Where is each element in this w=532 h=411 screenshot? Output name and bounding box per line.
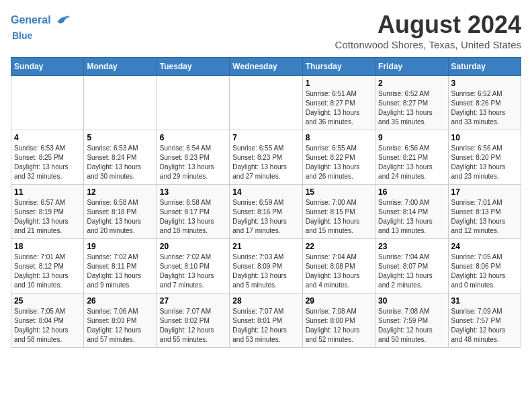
calendar-cell: 5Sunrise: 6:53 AMSunset: 8:24 PMDaylight… <box>84 130 157 185</box>
calendar-cell: 3Sunrise: 6:52 AMSunset: 8:26 PMDaylight… <box>448 76 521 130</box>
logo-text: General <box>11 13 51 26</box>
calendar-cell: 9Sunrise: 6:56 AMSunset: 8:21 PMDaylight… <box>375 130 448 185</box>
calendar-cell: 12Sunrise: 6:58 AMSunset: 8:18 PMDayligh… <box>84 185 157 239</box>
calendar-cell: 15Sunrise: 7:00 AMSunset: 8:15 PMDayligh… <box>302 185 375 239</box>
day-of-week-tuesday: Tuesday <box>157 58 229 76</box>
day-number: 27 <box>160 296 226 306</box>
day-number: 16 <box>378 187 445 197</box>
calendar-cell <box>84 76 157 130</box>
logo-bird-icon <box>52 11 71 30</box>
day-info: Sunrise: 6:59 AMSunset: 8:16 PMDaylight:… <box>232 198 299 236</box>
title-area: August 2024 Cottonwood Shores, Texas, Un… <box>335 11 521 50</box>
calendar-cell: 6Sunrise: 6:54 AMSunset: 8:23 PMDaylight… <box>157 130 229 185</box>
subtitle: Cottonwood Shores, Texas, United States <box>335 39 521 50</box>
calendar-cell: 8Sunrise: 6:55 AMSunset: 8:22 PMDaylight… <box>302 130 375 185</box>
day-number: 18 <box>14 242 81 251</box>
day-number: 26 <box>87 296 153 306</box>
day-number: 30 <box>378 296 445 306</box>
logo-blue-text: Blue <box>12 30 32 41</box>
day-info: Sunrise: 6:55 AMSunset: 8:23 PMDaylight:… <box>232 144 299 181</box>
day-number: 8 <box>306 133 372 142</box>
day-info: Sunrise: 6:55 AMSunset: 8:22 PMDaylight:… <box>306 144 372 181</box>
day-number: 21 <box>232 242 299 251</box>
day-number: 25 <box>14 296 81 306</box>
calendar-cell: 24Sunrise: 7:05 AMSunset: 8:06 PMDayligh… <box>448 239 521 293</box>
day-info: Sunrise: 6:53 AMSunset: 8:25 PMDaylight:… <box>14 144 81 181</box>
calendar-cell: 13Sunrise: 6:58 AMSunset: 8:17 PMDayligh… <box>157 185 229 239</box>
calendar-cell: 14Sunrise: 6:59 AMSunset: 8:16 PMDayligh… <box>230 185 302 239</box>
day-info: Sunrise: 6:56 AMSunset: 8:20 PMDaylight:… <box>451 144 518 181</box>
day-info: Sunrise: 6:52 AMSunset: 8:26 PMDaylight:… <box>451 89 518 127</box>
day-number: 14 <box>232 187 299 197</box>
day-of-week-wednesday: Wednesday <box>230 58 302 76</box>
day-info: Sunrise: 6:54 AMSunset: 8:23 PMDaylight:… <box>160 144 226 181</box>
day-of-week-friday: Friday <box>375 58 448 76</box>
calendar-cell <box>11 76 84 130</box>
day-of-week-monday: Monday <box>84 58 157 76</box>
calendar-cell: 30Sunrise: 7:08 AMSunset: 7:59 PMDayligh… <box>375 293 448 348</box>
day-number: 4 <box>14 133 81 142</box>
day-number: 10 <box>451 133 518 142</box>
day-of-week-sunday: Sunday <box>11 58 84 76</box>
calendar-header-row: SundayMondayTuesdayWednesdayThursdayFrid… <box>11 58 521 76</box>
day-info: Sunrise: 7:08 AMSunset: 8:00 PMDaylight:… <box>306 307 372 345</box>
day-number: 19 <box>87 242 153 251</box>
day-number: 12 <box>87 187 153 197</box>
calendar-cell: 19Sunrise: 7:02 AMSunset: 8:11 PMDayligh… <box>84 239 157 293</box>
day-number: 1 <box>306 79 372 88</box>
day-info: Sunrise: 7:07 AMSunset: 8:02 PMDaylight:… <box>160 307 226 345</box>
day-number: 6 <box>160 133 226 142</box>
calendar-cell: 2Sunrise: 6:52 AMSunset: 8:27 PMDaylight… <box>375 76 448 130</box>
day-info: Sunrise: 7:04 AMSunset: 8:08 PMDaylight:… <box>306 253 372 290</box>
day-info: Sunrise: 7:02 AMSunset: 8:11 PMDaylight:… <box>87 253 153 290</box>
day-number: 13 <box>160 187 226 197</box>
day-info: Sunrise: 7:07 AMSunset: 8:01 PMDaylight:… <box>232 307 299 345</box>
day-info: Sunrise: 7:09 AMSunset: 7:57 PMDaylight:… <box>451 307 518 345</box>
day-number: 2 <box>378 79 445 88</box>
calendar-week-1: 1Sunrise: 6:51 AMSunset: 8:27 PMDaylight… <box>11 76 521 130</box>
calendar-cell: 10Sunrise: 6:56 AMSunset: 8:20 PMDayligh… <box>448 130 521 185</box>
calendar-week-4: 18Sunrise: 7:01 AMSunset: 8:12 PMDayligh… <box>11 239 521 293</box>
day-info: Sunrise: 7:00 AMSunset: 8:14 PMDaylight:… <box>378 198 445 236</box>
day-number: 29 <box>306 296 372 306</box>
calendar-week-5: 25Sunrise: 7:05 AMSunset: 8:04 PMDayligh… <box>11 293 521 348</box>
day-info: Sunrise: 6:58 AMSunset: 8:18 PMDaylight:… <box>87 198 153 236</box>
day-info: Sunrise: 7:05 AMSunset: 8:04 PMDaylight:… <box>14 307 81 345</box>
day-number: 15 <box>306 187 372 197</box>
day-number: 9 <box>378 133 445 142</box>
day-number: 5 <box>87 133 153 142</box>
day-info: Sunrise: 6:52 AMSunset: 8:27 PMDaylight:… <box>378 89 445 127</box>
calendar-cell: 27Sunrise: 7:07 AMSunset: 8:02 PMDayligh… <box>157 293 229 348</box>
day-info: Sunrise: 6:56 AMSunset: 8:21 PMDaylight:… <box>378 144 445 181</box>
calendar-cell: 22Sunrise: 7:04 AMSunset: 8:08 PMDayligh… <box>302 239 375 293</box>
main-title: August 2024 <box>335 11 521 39</box>
calendar-cell: 20Sunrise: 7:02 AMSunset: 8:10 PMDayligh… <box>157 239 229 293</box>
day-number: 20 <box>160 242 226 251</box>
day-info: Sunrise: 7:06 AMSunset: 8:03 PMDaylight:… <box>87 307 153 345</box>
day-info: Sunrise: 7:03 AMSunset: 8:09 PMDaylight:… <box>232 253 299 290</box>
calendar-cell <box>230 76 302 130</box>
day-info: Sunrise: 7:02 AMSunset: 8:10 PMDaylight:… <box>160 253 226 290</box>
day-number: 11 <box>14 187 81 197</box>
calendar-cell: 18Sunrise: 7:01 AMSunset: 8:12 PMDayligh… <box>11 239 84 293</box>
day-number: 23 <box>378 242 445 251</box>
day-info: Sunrise: 6:57 AMSunset: 8:19 PMDaylight:… <box>14 198 81 236</box>
day-info: Sunrise: 7:05 AMSunset: 8:06 PMDaylight:… <box>451 253 518 290</box>
day-info: Sunrise: 7:01 AMSunset: 8:12 PMDaylight:… <box>14 253 81 290</box>
calendar-cell: 23Sunrise: 7:04 AMSunset: 8:07 PMDayligh… <box>375 239 448 293</box>
calendar-cell: 11Sunrise: 6:57 AMSunset: 8:19 PMDayligh… <box>11 185 84 239</box>
calendar-cell: 16Sunrise: 7:00 AMSunset: 8:14 PMDayligh… <box>375 185 448 239</box>
calendar-cell: 31Sunrise: 7:09 AMSunset: 7:57 PMDayligh… <box>448 293 521 348</box>
day-number: 17 <box>451 187 518 197</box>
calendar-cell: 26Sunrise: 7:06 AMSunset: 8:03 PMDayligh… <box>84 293 157 348</box>
day-of-week-thursday: Thursday <box>302 58 375 76</box>
day-number: 3 <box>451 79 518 88</box>
day-number: 7 <box>232 133 299 142</box>
day-number: 31 <box>451 296 518 306</box>
day-info: Sunrise: 6:58 AMSunset: 8:17 PMDaylight:… <box>160 198 226 236</box>
day-number: 22 <box>306 242 372 251</box>
calendar-cell: 28Sunrise: 7:07 AMSunset: 8:01 PMDayligh… <box>230 293 302 348</box>
calendar-week-2: 4Sunrise: 6:53 AMSunset: 8:25 PMDaylight… <box>11 130 521 185</box>
calendar-week-3: 11Sunrise: 6:57 AMSunset: 8:19 PMDayligh… <box>11 185 521 239</box>
calendar-cell: 21Sunrise: 7:03 AMSunset: 8:09 PMDayligh… <box>230 239 302 293</box>
